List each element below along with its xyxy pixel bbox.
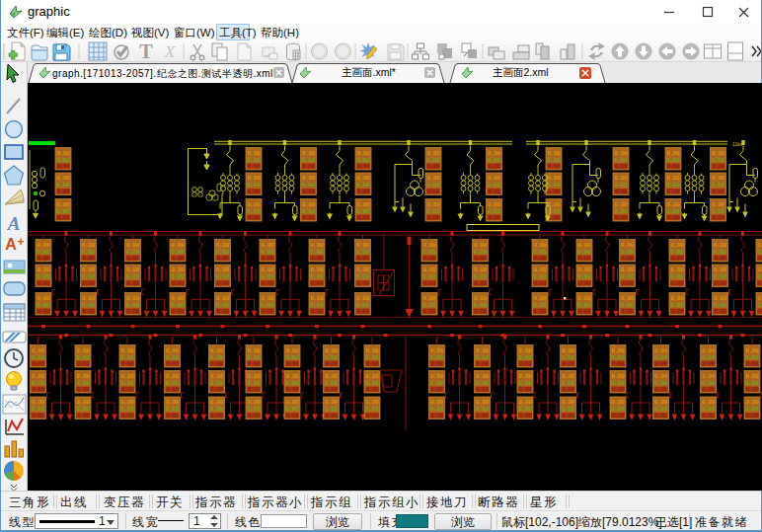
svg-text:T: T <box>139 40 153 62</box>
svg-text:X: X <box>164 42 176 61</box>
svg-text:A: A <box>7 213 21 234</box>
svg-text:11kv: 11kv <box>732 141 743 147</box>
svg-text:+: + <box>17 235 24 249</box>
svg-text:A: A <box>5 236 17 253</box>
